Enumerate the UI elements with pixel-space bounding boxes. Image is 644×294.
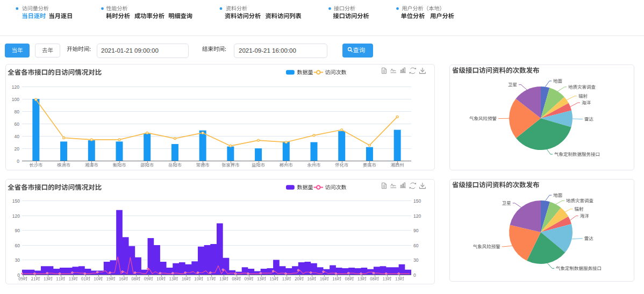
svg-text:20: 20 <box>15 146 20 152</box>
svg-text:30: 30 <box>413 257 419 263</box>
svg-text:120: 120 <box>12 213 20 219</box>
svg-text:40: 40 <box>15 134 20 139</box>
svg-text:2021-01-21 09:00:00: 2021-01-21 09:00:00 <box>101 47 159 54</box>
svg-text:2021-09-21 16:00:00: 2021-09-21 16:00:00 <box>239 47 296 54</box>
svg-text:0: 0 <box>413 273 416 278</box>
svg-text:60: 60 <box>413 243 419 248</box>
svg-text:100: 100 <box>12 97 19 102</box>
svg-text:0: 0 <box>17 159 19 164</box>
svg-text:120: 120 <box>413 213 421 219</box>
svg-text:90: 90 <box>413 228 419 233</box>
svg-text:30: 30 <box>15 257 20 263</box>
svg-text:120: 120 <box>12 84 19 90</box>
svg-text:90: 90 <box>15 228 20 233</box>
svg-text:80: 80 <box>15 109 20 114</box>
svg-text:150: 150 <box>413 198 421 204</box>
svg-text:0: 0 <box>17 273 20 278</box>
svg-text:150: 150 <box>12 198 20 204</box>
svg-text:60: 60 <box>15 243 20 248</box>
svg-text:60: 60 <box>15 121 20 127</box>
